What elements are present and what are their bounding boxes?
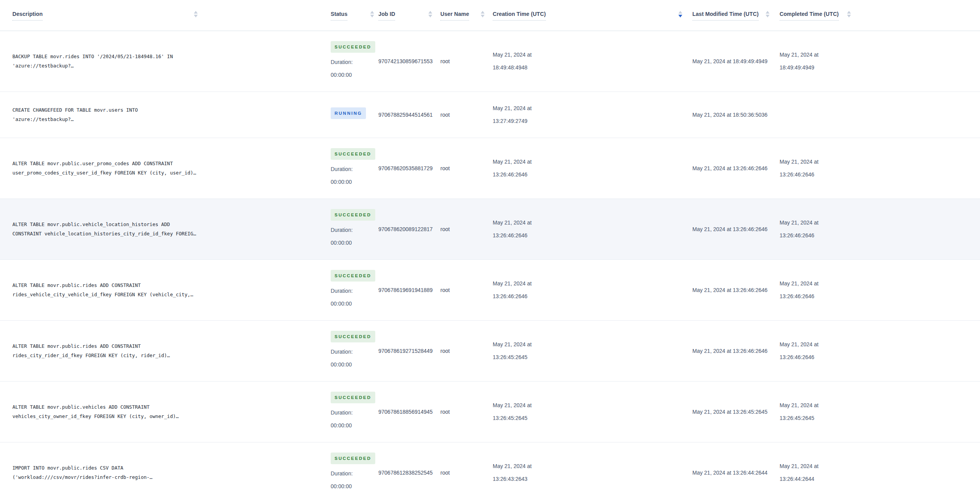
completed-time-cell: May 21, 2024 at 13:26:46:2646 bbox=[780, 338, 826, 364]
column-header-label: Job ID bbox=[378, 10, 395, 21]
user-name-cell: root bbox=[440, 345, 485, 358]
completed-time-cell: May 21, 2024 at 13:26:45:2645 bbox=[780, 399, 826, 425]
job-id-cell: 970678825944514561 bbox=[378, 109, 432, 121]
duration-label: Duration: bbox=[331, 406, 353, 419]
column-header-user-name[interactable]: User Name bbox=[440, 10, 485, 21]
status-cell: RUNNING bbox=[331, 107, 374, 122]
job-description-link[interactable]: ALTER TABLE movr.public.rides ADD CONSTR… bbox=[12, 281, 198, 299]
column-header-label: Creation Time (UTC) bbox=[493, 10, 546, 21]
status-cell: SUCCEEDED Duration: 00:00:00 bbox=[331, 41, 374, 81]
status-badge: SUCCEEDED bbox=[331, 453, 375, 464]
last-modified-time-cell: May 21, 2024 at 13:26:46:2646 bbox=[692, 284, 770, 297]
last-modified-time-cell: May 21, 2024 at 13:26:44:2644 bbox=[692, 466, 770, 479]
completed-time-cell: May 21, 2024 at 13:26:46:2646 bbox=[780, 277, 826, 303]
duration-value: 00:00:00 bbox=[331, 237, 353, 249]
user-name-cell: root bbox=[440, 55, 485, 68]
duration-label: Duration: bbox=[331, 467, 353, 480]
duration-value: 00:00:00 bbox=[331, 358, 353, 371]
duration-label: Duration: bbox=[331, 346, 353, 358]
status-badge: SUCCEEDED bbox=[331, 148, 375, 160]
completed-time-cell: May 21, 2024 at 13:26:46:2646 bbox=[780, 216, 826, 242]
last-modified-time-cell: May 21, 2024 at 13:26:46:2646 bbox=[692, 345, 770, 358]
table-row: ALTER TABLE movr.public.vehicles ADD CON… bbox=[0, 382, 980, 442]
user-name-cell: root bbox=[440, 109, 485, 121]
sort-icon[interactable] bbox=[847, 11, 851, 17]
duration-label: Duration: bbox=[331, 285, 353, 297]
table-row: ALTER TABLE movr.public.user_promo_codes… bbox=[0, 138, 980, 199]
column-header-creation-time[interactable]: Creation Time (UTC) bbox=[493, 10, 682, 21]
job-id-cell: 970678619271528449 bbox=[378, 345, 432, 358]
column-header-label: User Name bbox=[440, 10, 469, 21]
status-badge: SUCCEEDED bbox=[331, 392, 375, 403]
job-id-cell: 970742130859671553 bbox=[378, 55, 432, 68]
jobs-table: Description Status Job ID User Name Crea… bbox=[0, 0, 980, 501]
user-name-cell: root bbox=[440, 162, 485, 175]
table-row: CREATE CHANGEFEED FOR TABLE movr.users I… bbox=[0, 92, 980, 138]
last-modified-time-cell: May 21, 2024 at 18:49:49:4949 bbox=[692, 55, 770, 68]
completed-time-cell: May 21, 2024 at 13:26:44:2644 bbox=[780, 460, 826, 485]
column-header-label: Completed Time (UTC) bbox=[780, 10, 839, 21]
creation-time-cell: May 21, 2024 at 13:26:46:2646 bbox=[493, 216, 539, 242]
user-name-cell: root bbox=[440, 466, 485, 479]
duration-value: 00:00:00 bbox=[331, 480, 353, 493]
completed-time-cell: May 21, 2024 at 13:26:46:2646 bbox=[780, 155, 826, 181]
last-modified-time-cell: May 21, 2024 at 13:26:46:2646 bbox=[692, 223, 770, 236]
status-badge: SUCCEEDED bbox=[331, 41, 375, 53]
column-header-label: Status bbox=[331, 10, 347, 21]
job-id-cell: 970678620089122817 bbox=[378, 223, 432, 236]
column-header-completed-time[interactable]: Completed Time (UTC) bbox=[780, 10, 851, 21]
table-row: BACKUP TABLE movr.rides INTO '/2024/05/2… bbox=[0, 31, 980, 92]
job-id-cell: 970678619691941889 bbox=[378, 284, 432, 297]
status-badge: SUCCEEDED bbox=[331, 270, 375, 282]
column-header-label: Description bbox=[12, 10, 43, 21]
sort-icon[interactable] bbox=[481, 11, 485, 17]
duration-label: Duration: bbox=[331, 56, 353, 69]
job-description-link[interactable]: ALTER TABLE movr.public.user_promo_codes… bbox=[12, 159, 198, 178]
job-id-cell: 970678620535881729 bbox=[378, 162, 432, 175]
sort-icon[interactable] bbox=[766, 11, 770, 17]
sort-icon[interactable] bbox=[370, 11, 374, 17]
job-id-cell: 970678612838252545 bbox=[378, 466, 432, 479]
user-name-cell: root bbox=[440, 284, 485, 297]
sort-icon[interactable] bbox=[194, 11, 198, 17]
table-row: ALTER TABLE movr.public.rides ADD CONSTR… bbox=[0, 260, 980, 321]
job-description-link[interactable]: CREATE CHANGEFEED FOR TABLE movr.users I… bbox=[12, 105, 198, 124]
duration-value: 00:00:00 bbox=[331, 419, 353, 432]
creation-time-cell: May 21, 2024 at 13:27:49:2749 bbox=[493, 102, 539, 128]
creation-time-cell: May 21, 2024 at 13:26:45:2645 bbox=[493, 399, 539, 425]
job-description-link[interactable]: ALTER TABLE movr.public.rides ADD CONSTR… bbox=[12, 342, 198, 360]
job-description-link[interactable]: IMPORT INTO movr.public.rides CSV DATA (… bbox=[12, 463, 198, 482]
status-cell: SUCCEEDED Duration: 00:00:00 bbox=[331, 453, 374, 493]
status-badge: RUNNING bbox=[331, 107, 366, 119]
user-name-cell: root bbox=[440, 406, 485, 418]
column-header-job-id[interactable]: Job ID bbox=[378, 10, 432, 21]
jobs-table-header: Description Status Job ID User Name Crea… bbox=[0, 0, 980, 31]
creation-time-cell: May 21, 2024 at 13:26:46:2646 bbox=[493, 277, 539, 303]
creation-time-cell: May 21, 2024 at 18:49:48:4948 bbox=[493, 48, 539, 74]
table-row-highlighted: ALTER TABLE movr.public.vehicle_location… bbox=[0, 199, 980, 260]
user-name-cell: root bbox=[440, 223, 485, 236]
creation-time-cell: May 21, 2024 at 13:26:45:2645 bbox=[493, 338, 539, 364]
status-badge: SUCCEEDED bbox=[331, 209, 375, 221]
status-cell: SUCCEEDED Duration: 00:00:00 bbox=[331, 209, 374, 249]
sort-icon[interactable] bbox=[428, 11, 432, 17]
completed-time-cell: May 21, 2024 at 18:49:49:4949 bbox=[780, 48, 826, 74]
sort-icon-active-desc[interactable] bbox=[678, 11, 682, 17]
job-description-link[interactable]: BACKUP TABLE movr.rides INTO '/2024/05/2… bbox=[12, 52, 198, 71]
duration-label: Duration: bbox=[331, 224, 353, 237]
job-description-link[interactable]: ALTER TABLE movr.public.vehicle_location… bbox=[12, 220, 198, 238]
duration-label: Duration: bbox=[331, 163, 353, 176]
table-row: IMPORT INTO movr.public.rides CSV DATA (… bbox=[0, 442, 980, 501]
table-row: ALTER TABLE movr.public.rides ADD CONSTR… bbox=[0, 321, 980, 382]
column-header-status[interactable]: Status bbox=[331, 10, 374, 21]
job-id-cell: 970678618856914945 bbox=[378, 406, 432, 418]
last-modified-time-cell: May 21, 2024 at 18:50:36:5036 bbox=[692, 109, 770, 121]
status-cell: SUCCEEDED Duration: 00:00:00 bbox=[331, 392, 374, 432]
column-header-description[interactable]: Description bbox=[12, 10, 198, 21]
duration-value: 00:00:00 bbox=[331, 297, 353, 310]
job-description-link[interactable]: ALTER TABLE movr.public.vehicles ADD CON… bbox=[12, 403, 198, 421]
duration-value: 00:00:00 bbox=[331, 176, 353, 188]
column-header-last-modified-time[interactable]: Last Modified Time (UTC) bbox=[692, 10, 770, 21]
status-cell: SUCCEEDED Duration: 00:00:00 bbox=[331, 148, 374, 188]
status-cell: SUCCEEDED Duration: 00:00:00 bbox=[331, 331, 374, 371]
